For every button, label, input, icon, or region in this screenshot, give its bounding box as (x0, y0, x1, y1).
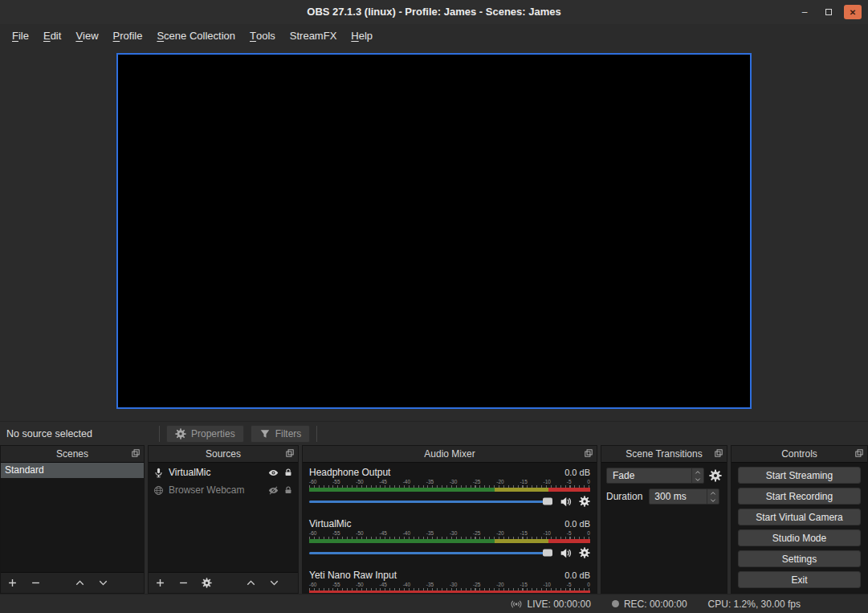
volume-slider-handle[interactable] (543, 550, 552, 557)
move-source-down-icon[interactable] (269, 578, 279, 588)
scenes-popout-icon[interactable] (131, 448, 141, 458)
globe-icon (153, 485, 164, 496)
volume-meter (309, 591, 590, 593)
preview-canvas[interactable] (116, 53, 752, 409)
no-source-label: No source selected (6, 428, 153, 439)
mixer-channel-level: 0.0 dB (564, 519, 590, 529)
move-scene-down-icon[interactable] (98, 578, 108, 588)
toolbar-separator (316, 426, 317, 442)
menu-file[interactable]: File (5, 24, 36, 47)
maximize-icon (825, 9, 832, 15)
chevron-up-icon (695, 469, 701, 476)
volume-slider-handle[interactable] (543, 498, 552, 505)
menu-profile[interactable]: Profile (106, 24, 150, 47)
sources-list: VirtualMic Browser Webcam (149, 462, 298, 572)
controls-dock: Controls Start Streaming Start Recording… (731, 445, 868, 594)
studio-mode-button[interactable]: Studio Mode (738, 529, 861, 546)
mixer-channel-head: Headphone Output 0.0 dB (309, 466, 590, 478)
filters-button[interactable]: Filters (251, 425, 311, 443)
exit-button[interactable]: Exit (738, 571, 861, 588)
transition-select-row: Fade (606, 468, 722, 484)
transition-settings-gear-icon[interactable] (709, 469, 722, 482)
visibility-eye-off-icon[interactable] (268, 485, 279, 496)
titlebar: OBS 27.1.3 (linux) - Profile: James - Sc… (0, 0, 868, 24)
menu-edit[interactable]: Edit (36, 24, 68, 47)
controls-popout-icon[interactable] (854, 448, 864, 458)
move-scene-up-icon[interactable] (75, 578, 85, 588)
rec-timer: REC: 00:00:00 (624, 599, 687, 610)
toolbar-separator (159, 426, 160, 442)
sources-toolbar (149, 572, 298, 593)
scene-item-standard[interactable]: Standard (1, 463, 144, 478)
rec-status: REC: 00:00:00 (612, 599, 687, 610)
transitions-popout-icon[interactable] (714, 448, 723, 458)
window-title: OBS 27.1.3 (linux) - Profile: James - Sc… (0, 0, 868, 24)
audio-mixer-dock: Audio Mixer Headphone Output 0.0 dB -60-… (302, 445, 597, 594)
source-item-virtualmic[interactable]: VirtualMic (149, 464, 298, 480)
mixer-slider-row (309, 543, 590, 562)
scene-transitions-title: Scene Transitions (626, 448, 702, 460)
settings-button[interactable]: Settings (738, 550, 861, 567)
mixer-popout-icon[interactable] (584, 448, 593, 458)
channel-gear-icon[interactable] (579, 547, 590, 558)
remove-source-icon[interactable] (178, 578, 189, 588)
visibility-eye-icon[interactable] (268, 468, 279, 478)
move-source-up-icon[interactable] (246, 578, 256, 588)
menu-help[interactable]: Help (344, 24, 380, 47)
mixer-db-scale: -60-55-50-45-40-35-30-25-20-15-10-50 (309, 529, 590, 537)
sources-dock-title: Sources (206, 448, 241, 460)
properties-button-label: Properties (191, 428, 235, 439)
start-recording-button[interactable]: Start Recording (738, 488, 861, 505)
add-source-icon[interactable] (155, 578, 165, 588)
sources-dock: Sources VirtualMic Browser Webcam (148, 445, 299, 594)
menu-tools[interactable]: Tools (242, 24, 283, 47)
scenes-dock: Scenes Standard (0, 445, 145, 594)
minimize-button[interactable]: – (796, 5, 813, 19)
mixer-channel-level: 0.0 dB (564, 468, 590, 477)
add-scene-icon[interactable] (7, 578, 18, 588)
duration-spin-arrows[interactable] (707, 489, 719, 504)
menu-view[interactable]: View (68, 24, 105, 47)
transition-select-value: Fade (613, 470, 634, 481)
cpu-fps-text: CPU: 1.2%, 30.00 fps (708, 599, 801, 610)
close-button[interactable]: ✕ (844, 5, 862, 19)
sources-popout-icon[interactable] (285, 448, 295, 458)
duration-value: 300 ms (654, 491, 686, 502)
microphone-icon (153, 468, 164, 478)
maximize-button[interactable] (820, 5, 837, 19)
live-timer: LIVE: 00:00:00 (527, 599, 590, 610)
scene-transitions-body: Fade Duration 300 ms (601, 462, 727, 593)
mixer-channel-name: Headphone Output (309, 467, 390, 478)
lock-icon[interactable] (283, 468, 293, 477)
menu-streamfx[interactable]: StreamFX (283, 24, 344, 47)
cpu-fps-status: CPU: 1.2%, 30.00 fps (708, 599, 801, 610)
properties-button[interactable]: Properties (166, 425, 244, 443)
gear-icon (175, 428, 186, 439)
volume-slider[interactable] (309, 552, 552, 554)
channel-gear-icon[interactable] (579, 496, 590, 507)
duration-spinbox[interactable]: 300 ms (649, 488, 719, 505)
scenes-dock-title: Scenes (56, 448, 88, 460)
controls-dock-header: Controls (731, 446, 867, 462)
remove-scene-icon[interactable] (31, 578, 41, 588)
transition-select-arrows[interactable] (691, 468, 703, 483)
filters-button-label: Filters (275, 428, 302, 439)
volume-slider[interactable] (309, 501, 552, 503)
start-streaming-button[interactable]: Start Streaming (738, 467, 861, 484)
broadcast-icon (511, 599, 522, 610)
lock-icon[interactable] (283, 485, 293, 495)
menu-scene-collection[interactable]: Scene Collection (149, 24, 242, 47)
minimize-icon: – (802, 6, 808, 18)
scenes-list: Standard (1, 462, 144, 572)
sources-dock-header: Sources (149, 446, 298, 462)
source-item-browser-webcam[interactable]: Browser Webcam (149, 482, 298, 498)
speaker-icon[interactable] (560, 547, 572, 559)
speaker-icon[interactable] (560, 496, 572, 508)
scenes-toolbar (1, 572, 144, 593)
scenes-dock-header: Scenes (1, 446, 144, 462)
audio-mixer-title: Audio Mixer (424, 448, 475, 460)
start-virtual-camera-button[interactable]: Start Virtual Camera (738, 509, 861, 525)
record-dot-icon (612, 600, 619, 607)
source-properties-gear-icon[interactable] (202, 578, 212, 588)
transition-select[interactable]: Fade (606, 468, 704, 484)
